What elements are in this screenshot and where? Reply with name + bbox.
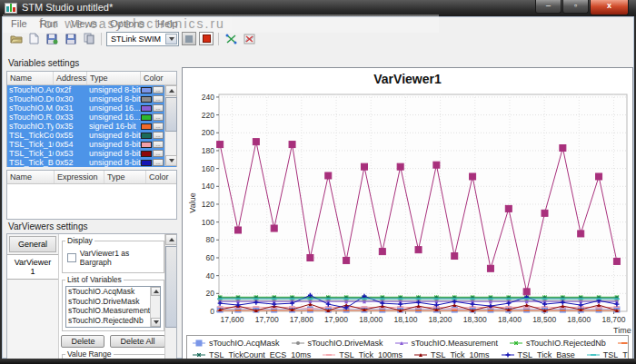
- scatter-plot-icon[interactable]: [224, 32, 239, 45]
- window-title: STM Studio untitled*: [22, 2, 113, 13]
- variable-row[interactable]: TSL_Tick_10ms0x53unsigned 8-bit...: [7, 149, 176, 158]
- variable-name: TSL_Tick_10...: [7, 140, 54, 149]
- svg-text:18,500: 18,500: [532, 315, 556, 324]
- chevron-down-icon: [165, 34, 177, 44]
- legend-marker-icon: [291, 339, 305, 347]
- save-icon[interactable]: [63, 32, 78, 45]
- remove-viewer-icon[interactable]: [242, 32, 257, 45]
- variable-name: sTouchIO.Type: [7, 122, 54, 131]
- list-item[interactable]: sTouchIO.AcqMask: [66, 287, 160, 297]
- legend-label: TSL_Tick_Base: [518, 350, 575, 359]
- list-item[interactable]: sTouchIO.Measurement: [66, 306, 160, 316]
- legend-marker-icon: [192, 350, 206, 359]
- variable-row[interactable]: sTouchIO.Dr...0x30unsigned 8-bit...: [7, 94, 176, 103]
- variables-table[interactable]: Name Address Type Color sTouchIO.Ac...0x…: [6, 71, 177, 167]
- varviewers-scrollbar[interactable]: [164, 234, 176, 364]
- legend-label: sTouchIO.AcqMask: [209, 339, 280, 348]
- list-item[interactable]: sTouchIO.DriveMask: [66, 297, 160, 307]
- color-picker-button[interactable]: ...: [153, 159, 164, 166]
- legend-label: sTouchIO.RejectedNb: [526, 339, 606, 348]
- toolbar: STLink SWIM: [5, 31, 633, 46]
- variable-type: unsigned 8-bit: [87, 140, 141, 149]
- svg-text:180: 180: [202, 146, 214, 155]
- legend-marker-icon: [192, 339, 206, 347]
- new-file-icon[interactable]: [26, 32, 42, 45]
- variable-row[interactable]: sTouchIO.M...0x31unsigned 16......: [7, 103, 176, 113]
- legend-item: TSL_Tick_Flags.whole: [586, 350, 629, 359]
- legend-label: TSL_TickCount_ECS_10ms: [209, 350, 311, 359]
- svg-text:40: 40: [206, 271, 215, 280]
- variable-row[interactable]: TSL_Tick_10...0x54unsigned 8-bit...: [7, 140, 176, 149]
- svg-text:120: 120: [202, 200, 214, 209]
- connection-select[interactable]: STLink SWIM: [106, 32, 179, 46]
- legend-label: TSL_Tick_100ms: [339, 350, 402, 359]
- close-button[interactable]: x: [590, 0, 629, 15]
- record-button[interactable]: [199, 32, 214, 45]
- color-swatch: [141, 87, 152, 93]
- color-picker-button[interactable]: ...: [153, 113, 164, 121]
- color-picker-button[interactable]: ...: [153, 150, 164, 157]
- scroll-up-icon[interactable]: [151, 287, 161, 296]
- variable-type: unsigned 8-bit: [87, 131, 141, 140]
- color-swatch: [141, 142, 152, 148]
- color-picker-button[interactable]: ...: [153, 141, 164, 148]
- scroll-down-icon[interactable]: [165, 155, 177, 166]
- scroll-up-icon[interactable]: [165, 234, 177, 245]
- save-log-icon[interactable]: [45, 32, 60, 45]
- variable-name: sTouchIO.Ac...: [7, 85, 54, 94]
- variable-row[interactable]: TSL_Tick_Base0x52unsigned 8-bit...: [7, 158, 176, 167]
- maximize-button[interactable]: ▫: [562, 0, 589, 14]
- color-picker-button[interactable]: ...: [153, 86, 164, 93]
- scroll-down-icon[interactable]: [151, 318, 161, 327]
- tab-general[interactable]: General: [9, 236, 56, 252]
- toolbar-separator: [218, 33, 219, 45]
- legend-marker-icon: [509, 339, 523, 347]
- color-picker-button[interactable]: ...: [153, 104, 164, 112]
- list-item[interactable]: sTouchIO.RejectedNb: [66, 316, 160, 326]
- svg-text:140: 140: [202, 182, 214, 191]
- svg-text:17,900: 17,900: [324, 315, 348, 324]
- svg-text:17,700: 17,700: [255, 315, 279, 324]
- variables-table-header: Name Address Type Color: [7, 72, 176, 85]
- variable-type: unsigned 8-bit: [87, 149, 141, 158]
- delete-all-button[interactable]: Delete All: [110, 335, 164, 348]
- color-picker-button[interactable]: ...: [153, 123, 164, 130]
- variable-name: TSL_Tick_Base: [7, 158, 54, 167]
- color-swatch: [141, 114, 152, 121]
- varviewer-chart[interactable]: 02040608010012014016018020022024017,6001…: [183, 84, 634, 335]
- svg-text:18,000: 18,000: [359, 315, 383, 324]
- svg-text:160: 160: [202, 164, 214, 173]
- svg-text:17,800: 17,800: [290, 315, 313, 324]
- variable-row[interactable]: sTouchIO.Ac...0x2funsigned 8-bit...: [7, 85, 176, 94]
- stop-button[interactable]: [182, 32, 196, 45]
- variable-row[interactable]: sTouchIO.R...0x33unsigned 16......: [7, 113, 176, 122]
- expressions-table[interactable]: Name Expression Type Color: [6, 170, 177, 220]
- variables-table-scrollbar[interactable]: [164, 85, 176, 166]
- varviewer1-panel: VarViewer1 02040608010012014016018020022…: [182, 67, 633, 364]
- copy-icon[interactable]: [81, 32, 96, 45]
- color-swatch: [141, 160, 152, 166]
- varviewers-panel: General VarViewer 1 Display VarViewer1 a…: [6, 233, 177, 364]
- open-folder-icon[interactable]: [8, 32, 24, 45]
- variable-row[interactable]: TSL_TickCou...0x55unsigned 8-bit...: [7, 131, 176, 140]
- client-area: FileRunViewsOptionsHelp for we.easyelect…: [2, 16, 634, 359]
- variable-row[interactable]: sTouchIO.Type0x35signed 16-bit...: [7, 122, 176, 131]
- legend-marker-icon: [322, 350, 336, 359]
- app-icon: [5, 3, 17, 14]
- color-swatch: [141, 96, 152, 103]
- bargraph-checkbox[interactable]: [67, 253, 76, 262]
- variable-address: 0x2f: [54, 85, 87, 94]
- listbox-scrollbar[interactable]: [150, 287, 160, 327]
- svg-text:18,600: 18,600: [567, 315, 591, 324]
- variable-name: sTouchIO.M...: [7, 103, 54, 113]
- variable-name: sTouchIO.R...: [7, 113, 54, 122]
- delete-button[interactable]: Delete: [61, 335, 104, 348]
- tab-varviewer1[interactable]: VarViewer 1: [7, 254, 58, 280]
- legend-marker-icon: [586, 350, 601, 359]
- minimize-button[interactable]: –: [535, 0, 561, 14]
- list-of-variables-label: List of Variables: [65, 275, 124, 284]
- color-picker-button[interactable]: ...: [153, 95, 164, 103]
- color-picker-button[interactable]: ...: [153, 132, 164, 139]
- variables-listbox[interactable]: sTouchIO.AcqMasksTouchIO.DriveMasksTouch…: [65, 286, 161, 328]
- scroll-up-icon[interactable]: [165, 85, 177, 96]
